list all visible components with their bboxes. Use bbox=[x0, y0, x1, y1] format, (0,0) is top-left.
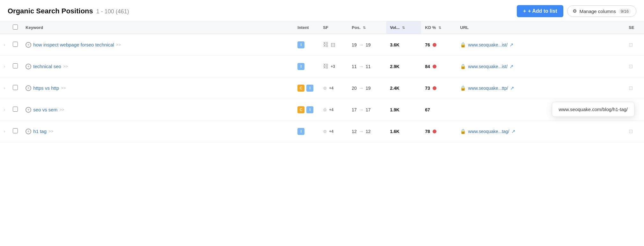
crown-icon: ♔ bbox=[323, 107, 327, 112]
lock-icon: 🔒 bbox=[460, 42, 466, 48]
chevrons-icon: >> bbox=[48, 129, 53, 134]
expand-cell[interactable]: › bbox=[0, 77, 9, 99]
external-link-icon[interactable]: ↗ bbox=[509, 42, 514, 48]
se-cell-1: ⊡ bbox=[625, 34, 644, 56]
external-link-icon[interactable]: ↗ bbox=[509, 64, 514, 69]
lock-icon: 🔒 bbox=[460, 129, 466, 134]
sort-icon-pos: ⇅ bbox=[363, 26, 366, 30]
url-link-5[interactable]: www.seoquake...tag/ bbox=[468, 129, 509, 134]
checkbox-cell[interactable] bbox=[9, 99, 22, 121]
expand-cell[interactable]: › bbox=[0, 99, 9, 121]
intent-cell-4: CI bbox=[294, 99, 319, 121]
keyword-cell-3: + https vs http >> bbox=[22, 77, 294, 99]
link-icon: ⛓ bbox=[323, 63, 329, 70]
select-all-checkbox[interactable] bbox=[13, 25, 18, 30]
pos-cell-4: 17 → 17 bbox=[348, 99, 386, 121]
col-header-keyword: Keyword bbox=[22, 21, 294, 34]
keyword-cell-4: + seo vs sem >> bbox=[22, 99, 294, 121]
col-header-intent: Intent bbox=[294, 21, 319, 34]
intent-badge-i: I bbox=[306, 85, 313, 92]
kd-value: 73 bbox=[425, 86, 430, 91]
plus-circle-icon: + bbox=[26, 129, 31, 134]
manage-columns-button[interactable]: ⚙ Manage columns 9/16 bbox=[567, 5, 636, 17]
col-header-sf: SF bbox=[319, 21, 348, 34]
keyword-link-4[interactable]: seo vs sem bbox=[33, 107, 57, 112]
chevron-right-icon[interactable]: › bbox=[4, 107, 5, 112]
vol-cell-2: 2.9K bbox=[386, 56, 421, 77]
col-header-pos[interactable]: Pos. ⇅ bbox=[348, 21, 386, 34]
sf-extra: +4 bbox=[329, 108, 333, 112]
add-to-list-button[interactable]: + + Add to list bbox=[517, 5, 564, 17]
gear-icon: ⚙ bbox=[573, 8, 577, 14]
vol-cell-5: 1.6K bbox=[386, 121, 421, 142]
arrow-right-icon: → bbox=[359, 42, 364, 48]
intent-cell-3: CI bbox=[294, 77, 319, 99]
screenshot-icon: ⊡ bbox=[629, 129, 633, 134]
pos-cell-3: 20 → 19 bbox=[348, 77, 386, 99]
row-checkbox-5[interactable] bbox=[13, 128, 18, 133]
chevron-right-icon[interactable]: › bbox=[4, 64, 5, 69]
keyword-link-2[interactable]: technical seo bbox=[33, 64, 61, 69]
kd-red-dot bbox=[433, 130, 436, 133]
vol-value: 1.9K bbox=[390, 107, 399, 112]
external-link-icon[interactable]: ↗ bbox=[510, 85, 514, 91]
table-row: › + how inspect webpage forseo technical… bbox=[0, 34, 644, 56]
col-header-kd[interactable]: KD % ⇅ bbox=[421, 21, 456, 34]
manage-columns-badge: 9/16 bbox=[618, 9, 631, 14]
sf-extra: +4 bbox=[329, 86, 333, 90]
checkbox-cell[interactable] bbox=[9, 121, 22, 142]
expand-cell[interactable]: › bbox=[0, 34, 9, 56]
screenshot-icon: ⊡ bbox=[629, 42, 633, 47]
pos-cell-2: 11 → 11 bbox=[348, 56, 386, 77]
kd-red-dot bbox=[433, 43, 436, 47]
keyword-cell-1: + how inspect webpage forseo technical >… bbox=[22, 34, 294, 56]
table-header: Keyword Intent SF Pos. ⇅ Vol... ⇅ KD % ⇅… bbox=[0, 21, 644, 34]
page-title: Organic Search Positions bbox=[8, 7, 93, 15]
col-header-vol[interactable]: Vol... ⇅ bbox=[386, 21, 421, 34]
plus-circle-icon: + bbox=[26, 85, 31, 91]
screenshot-icon: ⊡ bbox=[629, 85, 633, 91]
se-cell-5: ⊡ bbox=[625, 121, 644, 142]
chevron-right-icon[interactable]: › bbox=[4, 86, 5, 90]
url-cell-2: 🔒 www.seoquake...ist/ ↗ bbox=[456, 56, 625, 77]
pos-from: 17 bbox=[352, 107, 357, 112]
url-link-1[interactable]: www.seoquake...ist/ bbox=[468, 42, 508, 47]
url-link-2[interactable]: www.seoquake...ist/ bbox=[468, 64, 508, 69]
intent-badge-i: I bbox=[306, 106, 313, 113]
arrow-right-icon: → bbox=[359, 85, 364, 91]
kd-red-dot bbox=[433, 65, 436, 68]
table-row: › + technical seo >> I⛓+3 11 → 11 2.9K 8… bbox=[0, 56, 644, 77]
row-checkbox-4[interactable] bbox=[13, 107, 18, 112]
expand-cell[interactable]: › bbox=[0, 56, 9, 77]
url-link-3[interactable]: www.seoquake...ttp/ bbox=[468, 86, 508, 91]
intent-cell-2: I bbox=[294, 56, 319, 77]
chevron-right-icon[interactable]: › bbox=[4, 42, 5, 47]
expand-cell[interactable]: › bbox=[0, 121, 9, 142]
plus-circle-icon: + bbox=[26, 107, 31, 113]
keyword-link-1[interactable]: how inspect webpage forseo technical bbox=[33, 42, 114, 47]
page-header: Organic Search Positions 1 - 100 (461) +… bbox=[0, 0, 644, 21]
url-cell-3: 🔒 www.seoquake...ttp/ ↗ bbox=[456, 77, 625, 99]
pos-to: 12 bbox=[366, 129, 371, 134]
row-checkbox-1[interactable] bbox=[13, 42, 18, 47]
crown-icon: ♔ bbox=[323, 129, 327, 134]
external-link-icon[interactable]: ↗ bbox=[511, 129, 516, 134]
kd-cell-2: 84 bbox=[421, 56, 456, 77]
intent-cell-1: I bbox=[294, 34, 319, 56]
pos-to: 11 bbox=[366, 64, 371, 69]
pos-from: 20 bbox=[352, 86, 357, 91]
crown-icon: ♔ bbox=[323, 86, 327, 91]
plus-icon: + bbox=[523, 8, 526, 14]
chevron-right-icon[interactable]: › bbox=[4, 129, 5, 134]
checkbox-cell[interactable] bbox=[9, 34, 22, 56]
chevrons-icon: >> bbox=[116, 42, 121, 47]
kd-red-dot bbox=[433, 86, 436, 90]
keyword-link-3[interactable]: https vs http bbox=[33, 85, 59, 91]
checkbox-cell[interactable] bbox=[9, 77, 22, 99]
checkbox-cell[interactable] bbox=[9, 56, 22, 77]
sort-icon-kd: ⇅ bbox=[438, 26, 441, 30]
keyword-link-5[interactable]: h1 tag bbox=[33, 129, 47, 134]
row-checkbox-2[interactable] bbox=[13, 63, 18, 68]
intent-badge-i: I bbox=[297, 128, 304, 135]
row-checkbox-3[interactable] bbox=[13, 85, 18, 90]
